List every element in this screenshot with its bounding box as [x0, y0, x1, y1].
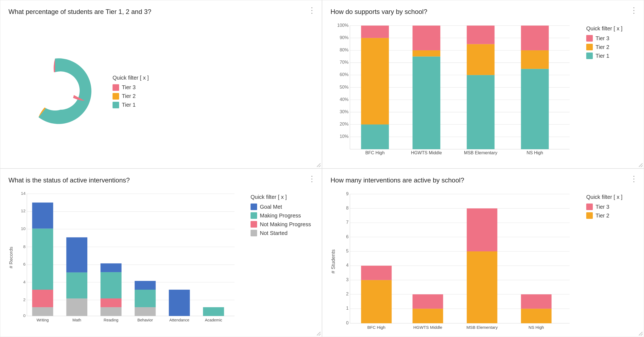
- svg-rect-37: [521, 50, 549, 69]
- goal-met-swatch: [251, 204, 257, 210]
- si-tier2-swatch: [586, 212, 593, 219]
- svg-text:Math: Math: [73, 318, 81, 322]
- svg-text:50%: 50%: [340, 85, 349, 89]
- panel4-menu[interactable]: ⋮: [630, 174, 638, 183]
- svg-rect-61: [32, 202, 53, 228]
- legend-tier1: Tier 1: [113, 102, 149, 108]
- svg-rect-60: [32, 229, 53, 290]
- svg-rect-34: [467, 26, 495, 44]
- svg-rect-108: [467, 251, 498, 323]
- tier3-label: Tier 3: [122, 84, 136, 91]
- svg-text:20%: 20%: [340, 121, 349, 126]
- svg-rect-103: [361, 266, 392, 280]
- svg-text:6: 6: [346, 234, 349, 239]
- not-making-label: Not Making Progress: [260, 221, 311, 228]
- schools-legend: Quick filter [ x ] Tier 3 Tier 2 Tier 1: [586, 20, 636, 166]
- svg-rect-109: [467, 208, 498, 251]
- svg-rect-112: [521, 294, 552, 309]
- svg-text:4: 4: [346, 263, 349, 268]
- status-bar-chart: # Records 14 12 10 8 6 4 2 0: [8, 188, 245, 332]
- svg-rect-24: [361, 124, 389, 149]
- s-tier1-swatch: [586, 53, 593, 59]
- svg-text:12: 12: [21, 208, 25, 213]
- s-tier2-swatch: [586, 44, 593, 50]
- school-interventions-chart: # Students 9 8 7 6 5 4 3 2 1: [330, 188, 581, 337]
- panel3-menu[interactable]: ⋮: [308, 174, 316, 183]
- svg-text:2: 2: [346, 291, 349, 296]
- svg-rect-38: [521, 26, 549, 50]
- panel1-menu[interactable]: ⋮: [308, 6, 316, 15]
- svg-rect-78: [203, 307, 224, 316]
- panel4-title: How many interventions are active by sch…: [330, 176, 636, 184]
- s-tier3-swatch: [586, 35, 593, 42]
- tier2-swatch: [113, 93, 119, 100]
- svg-rect-28: [413, 57, 441, 149]
- svg-text:7: 7: [346, 220, 349, 225]
- interventions-status-panel: What is the status of active interventio…: [0, 168, 322, 337]
- si-tier2-label: Tier 2: [596, 213, 609, 219]
- svg-text:2: 2: [23, 297, 26, 302]
- svg-text:14: 14: [21, 191, 25, 196]
- status-legend-title: Quick filter [ x ]: [251, 194, 314, 200]
- svg-rect-67: [100, 307, 122, 316]
- svg-rect-59: [32, 290, 53, 307]
- resize-handle: [317, 163, 321, 167]
- svg-rect-72: [135, 307, 156, 316]
- svg-rect-70: [100, 263, 122, 272]
- schools-chart-area: # Students 100% 90% 80% 70% 60% 50% 40%: [330, 20, 581, 166]
- svg-text:4: 4: [23, 280, 26, 284]
- svg-rect-36: [521, 69, 549, 149]
- resize-handle2: [639, 163, 643, 167]
- svg-text:90%: 90%: [340, 35, 349, 40]
- donut-chart: [8, 45, 102, 138]
- svg-rect-25: [361, 38, 389, 124]
- svg-rect-33: [467, 44, 495, 75]
- svg-text:10: 10: [21, 226, 25, 231]
- svg-text:3: 3: [346, 277, 349, 282]
- donut-panel: What percentage of students are Tier 1, …: [0, 0, 322, 168]
- svg-rect-111: [521, 309, 552, 323]
- svg-text:NS High: NS High: [527, 150, 543, 155]
- svg-text:MSB Elementary: MSB Elementary: [464, 150, 498, 155]
- svg-text:60%: 60%: [340, 72, 349, 77]
- resize-handle4: [639, 332, 643, 336]
- s-tier3-label: Tier 3: [596, 35, 609, 42]
- svg-text:Academic: Academic: [205, 318, 222, 322]
- svg-text:BFC High: BFC High: [365, 150, 384, 155]
- svg-rect-65: [66, 237, 87, 272]
- tier1-label: Tier 1: [122, 102, 136, 108]
- svg-rect-26: [361, 26, 389, 38]
- svg-text:30%: 30%: [340, 109, 349, 114]
- svg-text:Reading: Reading: [104, 318, 119, 322]
- svg-text:Behavior: Behavior: [137, 318, 153, 322]
- svg-rect-102: [361, 280, 392, 323]
- tier1-swatch: [113, 102, 119, 108]
- svg-rect-69: [100, 272, 122, 298]
- panel3-title: What is the status of active interventio…: [8, 176, 314, 184]
- svg-text:80%: 80%: [340, 47, 349, 52]
- svg-text:1: 1: [346, 306, 349, 310]
- svg-text:8: 8: [23, 244, 26, 249]
- svg-text:# Records: # Records: [8, 246, 14, 268]
- panel2-menu[interactable]: ⋮: [630, 6, 638, 15]
- school-interventions-legend: Quick filter [ x ] Tier 3 Tier 2: [586, 188, 636, 337]
- legend-tier3: Tier 3: [113, 84, 149, 91]
- legend-tier2: Tier 2: [113, 93, 149, 100]
- svg-text:10%: 10%: [340, 134, 349, 139]
- svg-text:0: 0: [23, 313, 26, 318]
- svg-rect-105: [413, 309, 443, 323]
- svg-text:Attendance: Attendance: [169, 318, 189, 322]
- svg-text:6: 6: [23, 262, 26, 266]
- school-interventions-chart-area: # Students 9 8 7 6 5 4 3 2 1: [330, 188, 581, 337]
- svg-rect-74: [135, 281, 156, 290]
- status-chart-area: # Records 14 12 10 8 6 4 2 0: [8, 188, 245, 332]
- svg-rect-63: [66, 298, 87, 316]
- svg-text:5: 5: [346, 248, 349, 253]
- svg-rect-76: [169, 290, 190, 316]
- status-legend: Quick filter [ x ] Goal Met Making Progr…: [251, 188, 314, 332]
- svg-text:NS High: NS High: [528, 325, 544, 330]
- svg-rect-106: [413, 294, 443, 309]
- svg-rect-30: [413, 26, 441, 50]
- s-tier1-label: Tier 1: [596, 53, 609, 59]
- interventions-school-panel: How many interventions are active by sch…: [322, 168, 644, 337]
